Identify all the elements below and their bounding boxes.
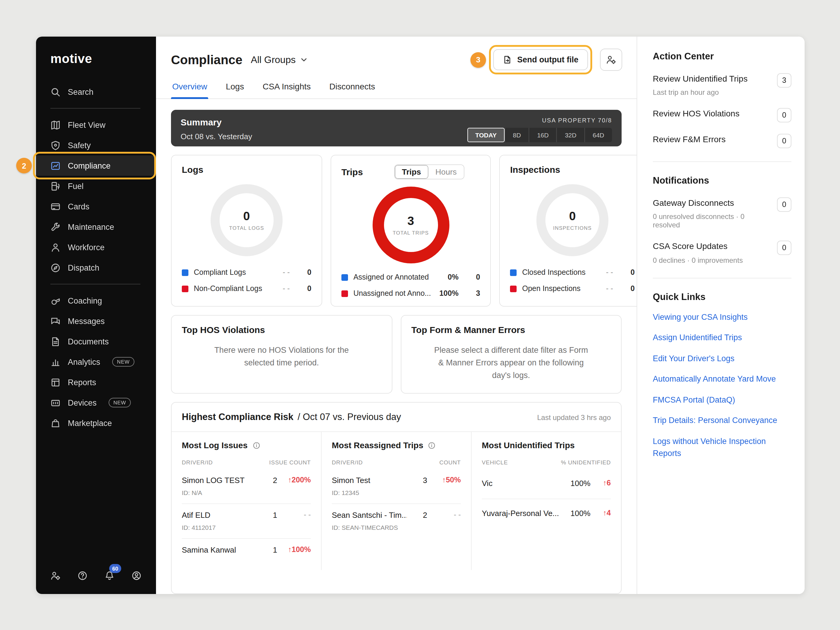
panel-divider [653, 161, 791, 162]
inspections-card: Inspections 0 INSPECTIONS [499, 155, 636, 306]
page-header: Compliance All Groups 3 Send output file [156, 36, 636, 76]
legend-item: Unassigned not Anno... 100% 3 [341, 289, 480, 298]
legend-swatch-blue [510, 269, 516, 276]
quick-link-logs-without-vir[interactable]: Logs without Vehicle Inspection Reports [653, 436, 791, 459]
sidebar-item-label: Coaching [68, 296, 102, 305]
legend-swatch-red [182, 285, 188, 292]
annotation-step-badge: 3 [471, 52, 486, 68]
notification-gateway-disconnects[interactable]: Gateway Disconnects 0 unresolved disconn… [653, 197, 791, 229]
summary-card: Summary Oct 08 vs. Yesterday USA PROPERT… [171, 110, 622, 147]
range-16d-button[interactable]: 16D [529, 128, 556, 142]
quick-link-csa-insights[interactable]: Viewing your CSA Insights [653, 311, 791, 323]
notifications-bell-icon[interactable]: 60 [104, 571, 115, 581]
info-icon[interactable] [428, 441, 436, 449]
sidebar-item-label: Dispatch [68, 263, 99, 272]
trend-up-icon: ↑4 [591, 509, 611, 517]
sidebar-item-compliance[interactable]: 2 Compliance [36, 155, 156, 176]
sidebar-item-search[interactable]: Search [36, 82, 156, 102]
toggle-trips-button[interactable]: Trips [395, 165, 428, 179]
quick-links-title: Quick Links [653, 291, 791, 302]
quick-link-assign-unidentified-trips[interactable]: Assign Unidentified Trips [653, 332, 791, 344]
sidebar-item-maintenance[interactable]: Maintenance [36, 216, 156, 237]
map-icon [51, 120, 61, 130]
tab-logs[interactable]: Logs [225, 76, 245, 98]
quick-link-fmcsa-portal[interactable]: FMCSA Portal (DataQ) [653, 394, 791, 406]
tab-csa-insights[interactable]: CSA Insights [261, 76, 312, 98]
person-icon [51, 242, 61, 252]
sidebar-item-documents[interactable]: Documents [36, 331, 156, 352]
logs-legend: Compliant Logs - - 0 Non-Compliant Logs … [182, 268, 311, 293]
profile-icon[interactable] [131, 571, 142, 581]
table-row[interactable]: Atif ELDID: 4112017 1 - - [182, 504, 311, 538]
info-icon[interactable] [252, 441, 260, 449]
sidebar-item-devices[interactable]: Devices NEW [36, 392, 156, 413]
hos-empty-message: There were no HOS Violations for the sel… [182, 344, 381, 369]
sidebar-item-safety[interactable]: Safety [36, 135, 156, 155]
most-reassigned-trips-column: Most Reassigned Trips DRIVER/IDCOUNT Sim… [321, 432, 471, 570]
admin-settings-icon[interactable] [51, 571, 61, 581]
sidebar-item-fleet-view[interactable]: Fleet View [36, 115, 156, 135]
trend-up-icon: ↑200% [277, 476, 311, 484]
sidebar: motive Search Fleet View Safety 2 Compli… [36, 36, 156, 594]
action-review-hos-violations[interactable]: Review HOS Violations 0 [653, 108, 791, 122]
hos-card-title: Top HOS Violations [182, 325, 381, 335]
fm-empty-message: Please select a different date filter as… [411, 344, 611, 382]
table-row[interactable]: Simon LOG TESTID: N/A 2 ↑200% [182, 469, 311, 504]
tab-bar: Overview Logs CSA Insights Disconnects [156, 76, 636, 99]
report-table-icon [51, 377, 61, 387]
sidebar-item-label: Fleet View [68, 120, 106, 129]
action-review-unidentified-trips[interactable]: Review Unidentified Trips Last trip an h… [653, 73, 791, 96]
quick-link-annotate-yard-move[interactable]: Automatically Annotate Yard Move [653, 374, 791, 385]
logs-donut-chart: 0 TOTAL LOGS [211, 184, 283, 256]
empty-state-row: Top HOS Violations There were no HOS Vio… [171, 315, 622, 393]
legend-item: Non-Compliant Logs - - 0 [182, 284, 311, 293]
sidebar-item-messages[interactable]: Messages [36, 311, 156, 331]
range-today-button[interactable]: TODAY [467, 128, 504, 142]
fm-card-title: Top Form & Manner Errors [411, 325, 611, 335]
sidebar-item-workforce[interactable]: Workforce [36, 237, 156, 257]
sidebar-item-cards[interactable]: Cards [36, 196, 156, 216]
group-selector[interactable]: All Groups [251, 54, 308, 65]
notification-csa-score-updates[interactable]: CSA Score Updates 0 declines · 0 improve… [653, 241, 791, 264]
trips-donut-chart: 3 TOTAL TRIPS [372, 186, 449, 264]
sidebar-item-analytics[interactable]: Analytics NEW [36, 352, 156, 372]
toggle-hours-button[interactable]: Hours [428, 165, 464, 179]
sidebar-item-marketplace[interactable]: Marketplace [36, 413, 156, 433]
tab-overview[interactable]: Overview [171, 76, 208, 98]
action-review-fm-errors[interactable]: Review F&M Errors 0 [653, 134, 791, 148]
table-row[interactable]: Samina Kanwal 1 ↑100% [182, 538, 311, 562]
table-row[interactable]: Sean Santschi - Tim...ID: SEAN-TIMECARDS… [332, 504, 461, 538]
table-row[interactable]: Simon TestID: 12345 3 ↑50% [332, 469, 461, 504]
count-badge: 0 [777, 134, 791, 148]
send-output-file-button[interactable]: Send output file [493, 49, 588, 70]
inspections-legend: Closed Inspections - - 0 Open Inspection… [510, 268, 635, 293]
risk-card-header: Highest Compliance Risk / Oct 07 vs. Pre… [172, 403, 621, 432]
sidebar-footer: 60 [36, 561, 156, 594]
trips-card: Trips Trips Hours 3 TOTAL TRIPS [331, 155, 491, 306]
sidebar-item-label: Search [68, 87, 93, 96]
sidebar-item-coaching[interactable]: Coaching [36, 291, 156, 311]
quick-link-personal-conveyance[interactable]: Trip Details: Personal Conveyance [653, 415, 791, 426]
range-32d-button[interactable]: 32D [556, 128, 584, 142]
sidebar-item-dispatch[interactable]: Dispatch [36, 257, 156, 278]
right-panel: Action Center Review Unidentified Trips … [636, 36, 805, 594]
count-badge: 0 [777, 108, 791, 122]
header-actions: 3 Send output file [471, 49, 622, 71]
range-8d-button[interactable]: 8D [505, 128, 529, 142]
quick-link-edit-drivers-logs[interactable]: Edit Your Driver's Logs [653, 352, 791, 364]
table-row[interactable]: Yuvaraj-Personal Ve... 100% ↑4 [482, 499, 611, 529]
fuel-pump-icon [51, 181, 61, 191]
table-row[interactable]: Vic 100% ↑6 [482, 469, 611, 499]
admin-user-button[interactable] [600, 49, 622, 71]
action-center-title: Action Center [653, 51, 791, 62]
sidebar-item-fuel[interactable]: Fuel [36, 176, 156, 196]
range-64d-button[interactable]: 64D [584, 128, 612, 142]
count-badge: 0 [777, 197, 791, 212]
property-label: USA PROPERTY 70/8 [542, 117, 612, 123]
tab-disconnects[interactable]: Disconnects [328, 76, 376, 98]
help-icon[interactable] [77, 571, 88, 581]
sidebar-item-label: Marketplace [68, 418, 112, 428]
sidebar-item-reports[interactable]: Reports [36, 372, 156, 392]
device-icon [51, 398, 61, 408]
bar-chart-icon [51, 357, 61, 367]
